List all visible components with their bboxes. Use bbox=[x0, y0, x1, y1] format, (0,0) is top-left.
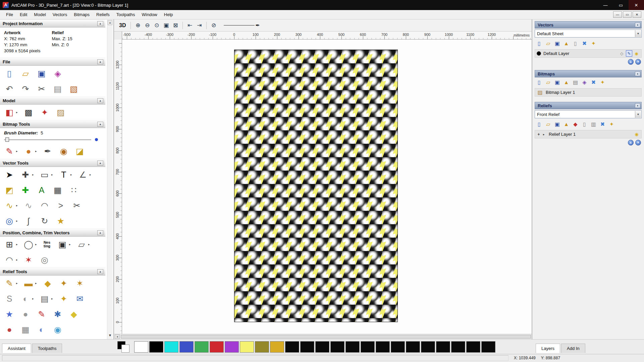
greyscale-model-icon[interactable]: ▨ bbox=[54, 106, 67, 118]
vector-sheet-icon[interactable]: ▯ bbox=[571, 40, 580, 47]
collapse-section-button[interactable]: ▲ bbox=[97, 59, 103, 64]
draw-brush-icon[interactable]: ✎ bbox=[3, 145, 16, 157]
scrollbar-thumb[interactable] bbox=[121, 335, 531, 339]
move-layer-up-button[interactable]: ▲ bbox=[628, 140, 634, 145]
bitmap-layer-row[interactable]: ▨ Bitmap Layer 1 bbox=[535, 88, 642, 97]
copy-along-curve-icon[interactable]: ▱ bbox=[75, 238, 88, 250]
palette-swatch-15[interactable] bbox=[361, 341, 375, 353]
palette-swatch-21[interactable] bbox=[451, 341, 465, 353]
menu-window[interactable]: Window bbox=[139, 10, 161, 19]
palette-swatch-16[interactable] bbox=[376, 341, 390, 353]
new-vector-layer-icon[interactable]: ▯ bbox=[535, 40, 543, 47]
flyout-arrow-icon[interactable]: ▸ bbox=[35, 282, 38, 285]
palette-swatch-0[interactable] bbox=[134, 341, 148, 353]
new-model-icon[interactable]: ▯ bbox=[3, 67, 16, 79]
two-rail-sweep-icon[interactable]: ∫ bbox=[22, 215, 35, 227]
collapse-section-button[interactable]: ▲ bbox=[97, 98, 103, 103]
paste-icon[interactable]: ▧ bbox=[67, 83, 80, 95]
horizontal-scrollbar[interactable]: ◂ bbox=[114, 334, 532, 339]
text-tool-icon[interactable]: T bbox=[57, 169, 70, 181]
open-bitmap-layer-icon[interactable]: ▱ bbox=[544, 79, 552, 86]
zoom-object-icon[interactable]: ⊠ bbox=[171, 21, 180, 30]
snap-toggle-icon[interactable]: ◇ bbox=[619, 50, 625, 57]
open-vector-layer-icon[interactable]: ▱ bbox=[544, 40, 552, 47]
snap-grid-icon[interactable]: ▦ bbox=[51, 184, 64, 196]
flyout-arrow-icon[interactable]: ▸ bbox=[32, 173, 35, 176]
palette-swatch-4[interactable] bbox=[195, 341, 209, 353]
arc-tool-icon[interactable]: > bbox=[54, 199, 67, 212]
tab-toolpaths[interactable]: Toolpaths bbox=[32, 344, 62, 353]
flyout-arrow-icon[interactable]: ▸ bbox=[51, 173, 54, 176]
merge-relief-icon[interactable]: ✶ bbox=[73, 277, 87, 289]
zoom-fit-icon[interactable]: ▣ bbox=[161, 21, 171, 30]
relief-pyramid-icon[interactable]: ◆ bbox=[571, 121, 580, 128]
flyout-arrow-icon[interactable]: ▸ bbox=[69, 243, 72, 246]
import-bitmap-layer-icon[interactable]: ▲ bbox=[562, 79, 571, 86]
weld-vectors-icon[interactable]: ✶ bbox=[22, 254, 35, 266]
smooth-tool-icon[interactable]: S bbox=[3, 293, 16, 305]
collapse-section-button[interactable]: ▲ bbox=[97, 21, 103, 26]
new-bitmap-icon[interactable]: ✦ bbox=[598, 79, 607, 86]
redo-icon[interactable]: ↷ bbox=[19, 83, 32, 95]
align-vectors-icon[interactable]: ⊞ bbox=[3, 238, 16, 250]
layer-visibility-bulb-icon[interactable]: ◉ bbox=[633, 50, 640, 57]
relief-layer-stack-icon[interactable]: ▤ bbox=[38, 293, 51, 305]
model-symmetry-icon[interactable]: ▩ bbox=[22, 106, 35, 118]
palette-swatch-7[interactable] bbox=[240, 341, 254, 353]
wax-relief-icon[interactable]: ◆ bbox=[67, 308, 80, 320]
palette-swatch-13[interactable] bbox=[330, 341, 344, 353]
zoom-1-1-icon[interactable]: ⊙ bbox=[152, 21, 161, 30]
artwork-bitmap[interactable] bbox=[234, 50, 398, 322]
dropdown-arrow-icon[interactable]: ▼ bbox=[635, 30, 641, 37]
bitmap-to-vector-icon[interactable]: ◈ bbox=[580, 79, 589, 86]
distribute-points-icon[interactable]: ∷ bbox=[67, 184, 80, 196]
menu-vectors[interactable]: Vectors bbox=[49, 10, 70, 19]
tab-add-in[interactable]: Add In bbox=[561, 344, 585, 353]
tab-assistant[interactable]: Assistant bbox=[2, 344, 31, 353]
menu-toolpaths[interactable]: Toolpaths bbox=[113, 10, 139, 19]
brush-diameter-slider[interactable] bbox=[4, 137, 100, 143]
flyout-arrow-icon[interactable]: ▸ bbox=[51, 297, 54, 300]
flyout-arrow-icon[interactable]: ▸ bbox=[16, 111, 19, 114]
smooth-relief-icon[interactable]: ▬ bbox=[22, 277, 35, 289]
select-vectors-icon[interactable]: ➤ bbox=[3, 169, 16, 181]
paint-bucket-icon[interactable]: ● bbox=[22, 145, 35, 157]
flyout-arrow-icon[interactable]: ▸ bbox=[70, 173, 73, 176]
flyout-arrow-icon[interactable]: ▸ bbox=[35, 243, 38, 246]
edit-layer-toggle-icon[interactable]: ✎ bbox=[626, 50, 632, 57]
nesting-icon[interactable]: Nes ting bbox=[41, 238, 53, 250]
spin-tool-icon[interactable]: ↻ bbox=[38, 215, 51, 227]
canvas-viewport[interactable] bbox=[122, 40, 532, 334]
next-view-icon[interactable]: ⇥ bbox=[195, 21, 204, 30]
dropdown-arrow-icon[interactable]: ▼ bbox=[635, 111, 641, 118]
palette-swatch-12[interactable] bbox=[315, 341, 329, 353]
import-relief-layer-icon[interactable]: ▲ bbox=[562, 121, 571, 128]
smooth-polyline-icon[interactable]: ∿ bbox=[22, 199, 35, 212]
assistant-scrollbar[interactable]: ▴ ▾ bbox=[107, 19, 113, 339]
airbrush-relief-icon[interactable]: ✎ bbox=[35, 308, 48, 320]
zoom-in-icon[interactable]: ⊕ bbox=[133, 21, 143, 30]
relief-sheet-icon[interactable]: ▯ bbox=[580, 121, 589, 128]
texture-relief-icon[interactable]: ◐ bbox=[19, 293, 32, 305]
palette-swatch-23[interactable] bbox=[481, 341, 495, 353]
transform-vectors-icon[interactable]: ✚ bbox=[19, 169, 32, 181]
palette-swatch-10[interactable] bbox=[285, 341, 299, 353]
move-layer-up-button[interactable]: ▲ bbox=[628, 59, 634, 65]
palette-swatch-1[interactable] bbox=[149, 341, 163, 353]
relief-tool-extra-1-icon[interactable]: ● bbox=[3, 323, 16, 336]
new-relief-icon[interactable]: ✦ bbox=[607, 121, 616, 128]
create-text-icon[interactable]: A bbox=[35, 184, 48, 196]
add-relief-icon[interactable]: ✦ bbox=[57, 277, 70, 289]
layer-visibility-bulb-icon[interactable]: ◉ bbox=[634, 132, 640, 137]
palette-swatch-2[interactable] bbox=[164, 341, 178, 353]
zoom-previous-icon[interactable]: ⊘ bbox=[209, 21, 218, 30]
delete-relief-layer-icon[interactable]: ✖ bbox=[598, 121, 607, 128]
relief-transfer-icon[interactable]: ▥ bbox=[589, 121, 598, 128]
palette-swatch-19[interactable] bbox=[421, 341, 435, 353]
save-file-icon[interactable]: ▣ bbox=[35, 67, 48, 79]
undo-icon[interactable]: ↶ bbox=[3, 83, 16, 95]
offset-vector-icon[interactable]: ◩ bbox=[3, 184, 16, 196]
menu-edit[interactable]: Edit bbox=[16, 10, 31, 19]
bezier-curve-icon[interactable]: ◠ bbox=[38, 199, 51, 212]
shape-editor-icon[interactable]: ◆ bbox=[41, 277, 54, 289]
